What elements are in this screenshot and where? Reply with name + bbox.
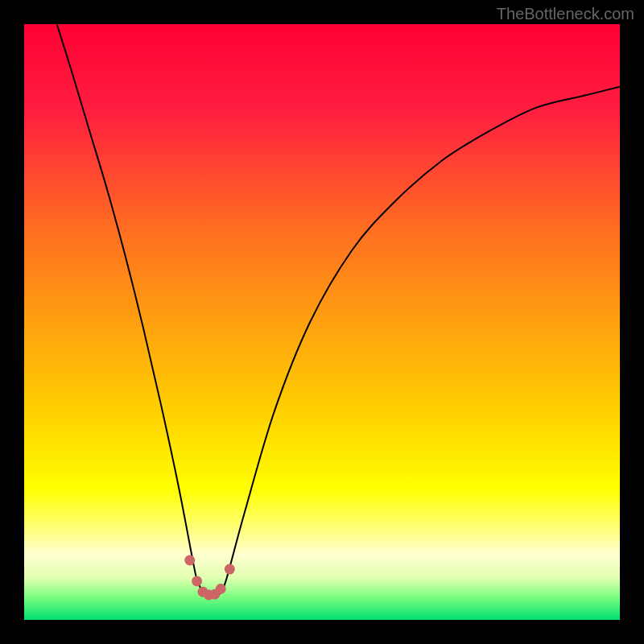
svg-point-7 <box>225 564 235 575</box>
watermark-text: TheBottleneck.com <box>497 5 634 23</box>
svg-point-6 <box>216 584 226 594</box>
chart-area <box>24 24 620 620</box>
svg-point-1 <box>184 555 195 566</box>
highlight-dots <box>24 24 620 620</box>
svg-point-2 <box>192 576 202 586</box>
